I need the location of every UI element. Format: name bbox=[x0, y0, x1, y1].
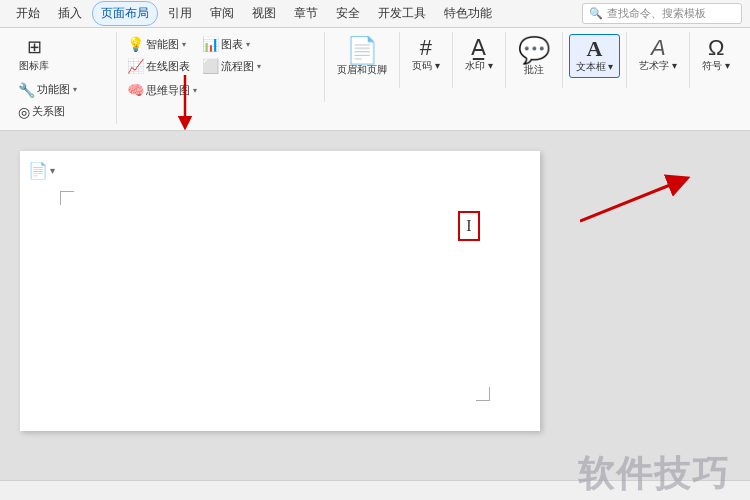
document-page[interactable]: 📄 ▾ I bbox=[20, 151, 540, 431]
symbol-icon: Ω bbox=[708, 37, 724, 59]
menu-page-layout[interactable]: 页面布局 bbox=[92, 1, 158, 26]
menu-security[interactable]: 安全 bbox=[328, 2, 368, 25]
textbox-icon: A bbox=[587, 38, 603, 60]
menu-chapter[interactable]: 章节 bbox=[286, 2, 326, 25]
relation-label: 关系图 bbox=[32, 104, 65, 119]
ribbon-group-top-watermark: A̲ 水印 ▾ bbox=[459, 34, 499, 76]
chart-arrow: ▾ bbox=[246, 40, 250, 49]
iconlib-icon: ⊞ bbox=[27, 37, 42, 59]
wordart-icon: A bbox=[651, 37, 666, 59]
flowchart-icon: ⬜ bbox=[202, 58, 219, 74]
menu-reference[interactable]: 引用 bbox=[160, 2, 200, 25]
comment-icon: 💬 bbox=[518, 37, 550, 63]
ribbon-group-smartart: 💡 智能图 ▾ 📈 在线图表 📊 图表 ▾ bbox=[117, 32, 325, 102]
relation-icon: ◎ bbox=[18, 104, 30, 120]
ribbon-btn-relation[interactable]: ◎ 关系图 bbox=[14, 102, 81, 122]
watermark-icon: A̲ bbox=[471, 37, 486, 59]
menu-view[interactable]: 视图 bbox=[244, 2, 284, 25]
smartart-arrow: ▾ bbox=[182, 40, 186, 49]
ribbon-btn-comment[interactable]: 💬 批注 bbox=[512, 34, 556, 80]
ribbon-group-top-wordart: A 艺术字 ▾ bbox=[633, 34, 683, 76]
ribbon-group-textbox: A 文本框 ▾ bbox=[563, 32, 628, 88]
ribbon-group-wordart: A 艺术字 ▾ bbox=[627, 32, 690, 88]
menu-start[interactable]: 开始 bbox=[8, 2, 48, 25]
ribbon-btn-flowchart[interactable]: ⬜ 流程图 ▾ bbox=[198, 56, 265, 76]
pagenum-icon: # bbox=[420, 37, 432, 59]
ribbon-btn-smartart[interactable]: 💡 智能图 ▾ bbox=[123, 34, 194, 54]
pagenum-label: 页码 ▾ bbox=[412, 59, 440, 73]
corner-bottomright bbox=[476, 387, 490, 401]
symbol-label: 符号 ▾ bbox=[702, 59, 730, 73]
ribbon-btn-chart[interactable]: 📊 图表 ▾ bbox=[198, 34, 265, 54]
menu-review[interactable]: 审阅 bbox=[202, 2, 242, 25]
ribbon-btn-textbox[interactable]: A 文本框 ▾ bbox=[569, 34, 621, 78]
funcicon-icon: 🔧 bbox=[18, 82, 35, 98]
ribbon-group-iconlib: ⊞ 图标库 🔧 功能图 ▾ ◎ 关系图 bbox=[8, 32, 117, 124]
ribbon-btn-watermark[interactable]: A̲ 水印 ▾ bbox=[459, 34, 499, 76]
ribbon-btn-headerfooter[interactable]: 📄 页眉和页脚 bbox=[331, 34, 393, 80]
funcicon-label: 功能图 bbox=[37, 82, 70, 97]
chart-label: 图表 bbox=[221, 37, 243, 52]
mindmap-icon: 🧠 bbox=[127, 82, 144, 98]
ribbon-group-top-iconlib: ⊞ 图标库 🔧 功能图 ▾ ◎ 关系图 bbox=[14, 34, 110, 122]
ribbon-group-headerfooter: 📄 页眉和页脚 bbox=[325, 32, 400, 88]
iconlib-label: 图标库 bbox=[19, 59, 49, 73]
chart-icon: 📊 bbox=[202, 36, 219, 52]
mindmap-label: 思维导图 bbox=[146, 83, 190, 98]
ribbon-btn-symbol[interactable]: Ω 符号 ▾ bbox=[696, 34, 736, 76]
two-row-funcicon: 🔧 功能图 ▾ ◎ 关系图 bbox=[14, 80, 81, 122]
cursor-box: I bbox=[458, 211, 480, 241]
ribbon-btn-mindmap[interactable]: 🧠 思维导图 ▾ bbox=[123, 80, 201, 100]
search-icon: 🔍 bbox=[589, 7, 603, 20]
menu-features[interactable]: 特色功能 bbox=[436, 2, 500, 25]
main-content: 📄 ▾ I 软件技巧 bbox=[0, 131, 750, 500]
doc-file-icon: 📄 bbox=[28, 161, 48, 180]
ribbon-row: ⊞ 图标库 🔧 功能图 ▾ ◎ 关系图 bbox=[8, 32, 742, 124]
cursor-area: I bbox=[458, 211, 480, 241]
ribbon-group-top-pagenum: # 页码 ▾ bbox=[406, 34, 446, 76]
corner-topleft bbox=[60, 191, 74, 205]
onlinechart-label: 在线图表 bbox=[146, 59, 190, 74]
ribbon-group-watermark: A̲ 水印 ▾ bbox=[453, 32, 506, 88]
ribbon: ⊞ 图标库 🔧 功能图 ▾ ◎ 关系图 bbox=[0, 28, 750, 131]
ribbon-btn-onlinechart[interactable]: 📈 在线图表 bbox=[123, 56, 194, 76]
mindmap-arrow: ▾ bbox=[193, 86, 197, 95]
textbox-label: 文本框 ▾ bbox=[576, 60, 614, 74]
flowchart-arrow: ▾ bbox=[257, 62, 261, 71]
flowchart-label: 流程图 bbox=[221, 59, 254, 74]
ribbon-group-top-headerfooter: 📄 页眉和页脚 bbox=[331, 34, 393, 80]
smartart-label: 智能图 bbox=[146, 37, 179, 52]
menu-devtools[interactable]: 开发工具 bbox=[370, 2, 434, 25]
headerfooter-icon: 📄 bbox=[346, 37, 378, 63]
comment-label: 批注 bbox=[524, 63, 544, 77]
headerfooter-label: 页眉和页脚 bbox=[337, 63, 387, 77]
search-bar[interactable]: 🔍 查找命令、搜索模板 bbox=[582, 3, 742, 24]
cursor-ibeam: I bbox=[466, 217, 471, 235]
ribbon-group-top-comment: 💬 批注 bbox=[512, 34, 556, 80]
ribbon-btn-iconlib[interactable]: ⊞ 图标库 bbox=[14, 34, 54, 76]
menu-bar: 开始 插入 页面布局 引用 审阅 视图 章节 安全 开发工具 特色功能 🔍 查找… bbox=[0, 0, 750, 28]
onlinechart-icon: 📈 bbox=[127, 58, 144, 74]
ribbon-group-top-smartart: 💡 智能图 ▾ 📈 在线图表 📊 图表 ▾ bbox=[123, 34, 318, 100]
ribbon-btn-wordart[interactable]: A 艺术字 ▾ bbox=[633, 34, 683, 76]
watermark-label: 水印 ▾ bbox=[465, 59, 493, 73]
status-bar bbox=[0, 480, 750, 500]
wordart-label: 艺术字 ▾ bbox=[639, 59, 677, 73]
doc-dropdown[interactable]: ▾ bbox=[50, 165, 55, 176]
ribbon-group-top-textbox: A 文本框 ▾ bbox=[569, 34, 621, 78]
search-placeholder: 查找命令、搜索模板 bbox=[607, 6, 706, 21]
red-arrow bbox=[580, 171, 700, 234]
smartart-icon: 💡 bbox=[127, 36, 144, 52]
ribbon-group-top-symbol: Ω 符号 ▾ bbox=[696, 34, 736, 76]
ribbon-btn-pagenum[interactable]: # 页码 ▾ bbox=[406, 34, 446, 76]
two-row-mindmap: 🧠 思维导图 ▾ bbox=[123, 80, 201, 100]
doc-icon: 📄 ▾ bbox=[28, 161, 55, 180]
ribbon-group-symbol: Ω 符号 ▾ bbox=[690, 32, 742, 88]
two-row-chart: 📊 图表 ▾ ⬜ 流程图 ▾ bbox=[198, 34, 265, 76]
ribbon-group-pagenum: # 页码 ▾ bbox=[400, 32, 453, 88]
ribbon-btn-funcicon[interactable]: 🔧 功能图 ▾ bbox=[14, 80, 81, 100]
menu-insert[interactable]: 插入 bbox=[50, 2, 90, 25]
svg-line-3 bbox=[580, 179, 685, 221]
two-row-smartart: 💡 智能图 ▾ 📈 在线图表 bbox=[123, 34, 194, 76]
funcicon-arrow: ▾ bbox=[73, 85, 77, 94]
